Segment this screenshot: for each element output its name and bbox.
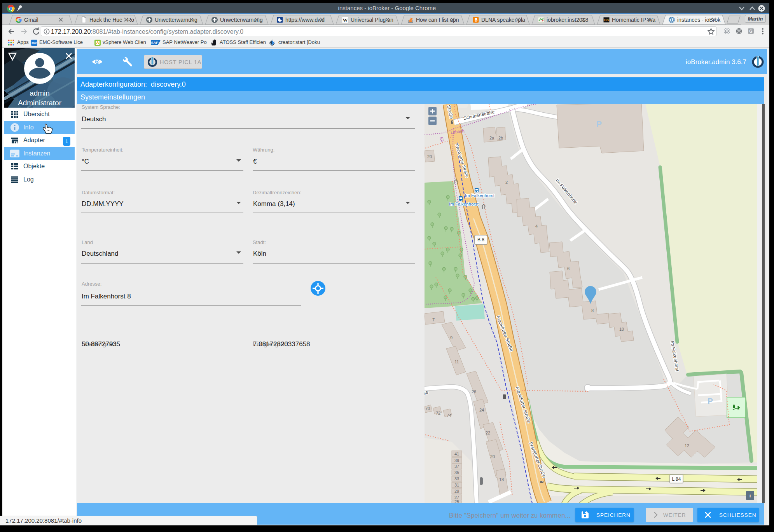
svg-text:39: 39 xyxy=(454,458,459,463)
svg-text:20: 20 xyxy=(490,454,495,459)
svg-text:26: 26 xyxy=(472,389,476,394)
svg-text:9: 9 xyxy=(450,335,453,340)
svg-text:L 84: L 84 xyxy=(672,476,681,482)
svg-text:P: P xyxy=(708,396,713,405)
svg-text:iobroker:inst2018: iobroker:inst2018 xyxy=(547,17,589,23)
svg-text:EMC: EMC xyxy=(31,42,37,44)
svg-text:33: 33 xyxy=(454,476,459,481)
svg-text:10: 10 xyxy=(619,327,624,331)
svg-text:6: 6 xyxy=(567,266,570,271)
svg-text:i: i xyxy=(750,493,751,499)
svg-text:24: 24 xyxy=(479,408,484,412)
svg-text:G: G xyxy=(750,29,753,33)
svg-text:admin: admin xyxy=(30,89,50,97)
svg-text:31: 31 xyxy=(454,483,459,487)
svg-text:12: 12 xyxy=(685,443,689,448)
svg-text:4: 4 xyxy=(535,224,538,228)
svg-text:https://www.dwd: https://www.dwd xyxy=(285,17,325,23)
svg-text:ELV: ELV xyxy=(604,18,609,22)
svg-text:25: 25 xyxy=(454,499,459,503)
svg-text:74: 74 xyxy=(447,413,451,418)
svg-text:37: 37 xyxy=(454,464,459,469)
svg-text:Administrator: Administrator xyxy=(18,99,62,107)
svg-text:35: 35 xyxy=(454,470,459,475)
svg-text:70: 70 xyxy=(425,406,430,411)
svg-text:P: P xyxy=(596,119,602,128)
svg-text:SAP: SAP xyxy=(151,41,158,45)
svg-text:W: W xyxy=(343,17,348,23)
svg-text:Gmail: Gmail xyxy=(24,17,38,23)
svg-text:2: 2 xyxy=(505,180,508,185)
svg-text:11: 11 xyxy=(454,359,459,364)
svg-text:2a: 2a xyxy=(489,136,494,140)
svg-text:20: 20 xyxy=(427,154,432,159)
svg-text:Im Falkenhorst: Im Falkenhorst xyxy=(465,193,495,198)
svg-text:7: 7 xyxy=(432,317,435,322)
svg-text:18: 18 xyxy=(499,477,504,482)
svg-text:8: 8 xyxy=(591,308,594,313)
svg-text:B 8: B 8 xyxy=(477,237,484,242)
svg-text:2b: 2b xyxy=(498,136,503,140)
svg-text:Im Falkenhorst: Im Falkenhorst xyxy=(449,202,479,206)
svg-text:41: 41 xyxy=(454,452,459,456)
svg-text:22: 22 xyxy=(486,431,490,435)
svg-text:29: 29 xyxy=(454,489,459,494)
svg-text:Hack the Hue - Ro: Hack the Hue - Ro xyxy=(89,17,134,23)
svg-text:72: 72 xyxy=(436,411,440,415)
svg-text:Eil: Eil xyxy=(439,136,445,143)
